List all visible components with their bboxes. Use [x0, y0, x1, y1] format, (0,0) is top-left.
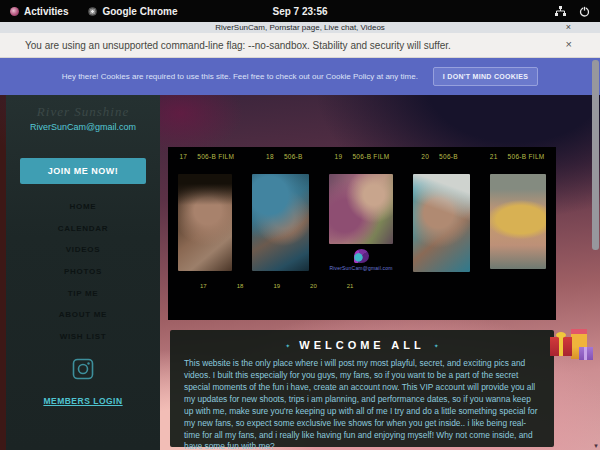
cookie-message: Hey there! Cookies are required to use t…	[62, 72, 418, 81]
gift-bow-icon	[556, 332, 566, 338]
photo-thumbnail[interactable]	[329, 174, 393, 244]
infobar-close-icon[interactable]: ×	[566, 38, 572, 50]
sidebar-item-photos[interactable]: PHOTOS	[6, 261, 160, 283]
app-menu-label: Google Chrome	[102, 6, 177, 17]
footer-day[interactable]: 17	[200, 283, 207, 289]
calendar-footer-days: 17 18 19 20 21	[168, 283, 556, 289]
page-viewport: Hey there! Cookies are required to use t…	[0, 58, 600, 450]
calendar-day-header[interactable]: 20 506-B	[401, 153, 479, 160]
welcome-title: WELCOME ALL	[299, 339, 424, 351]
day-number: 17	[179, 153, 187, 160]
site-logo-text: River Sunshine	[6, 104, 160, 120]
tab-title[interactable]: RiverSunCam, Pornstar page, Live chat, V…	[0, 23, 600, 32]
sidebar-item-about-me[interactable]: ABOUT ME	[6, 304, 160, 326]
chrome-icon	[88, 7, 97, 16]
day-number: 19	[335, 153, 343, 160]
gnome-top-bar: Activities Google Chrome Sep 7 23:56	[0, 0, 600, 22]
sidebar-item-wish-list[interactable]: WISH LIST	[6, 326, 160, 348]
calendar-day-header[interactable]: 19 506-B FILM	[323, 153, 401, 160]
screen: Activities Google Chrome Sep 7 23:56	[0, 0, 600, 450]
calendar-strip: 17 506-B FILM 18 506-B 19 506-B FILM 20 …	[168, 147, 556, 320]
footer-day[interactable]: 21	[347, 283, 354, 289]
infobar-message: You are using an unsupported command-lin…	[25, 40, 451, 51]
sidebar-item-home[interactable]: HOME	[6, 196, 160, 218]
scrollbar-down-arrow-icon[interactable]: ▼	[593, 443, 599, 449]
browser-tab-bar: RiverSunCam, Pornstar page, Live chat, V…	[0, 22, 600, 33]
calendar-header-row: 17 506-B FILM 18 506-B 19 506-B FILM 20 …	[168, 147, 556, 160]
day-event-label: 506-B FILM	[197, 153, 234, 160]
day-number: 20	[421, 153, 429, 160]
page-scrollbar: ▼	[591, 58, 600, 450]
scrollbar-thumb[interactable]	[592, 60, 599, 250]
cookie-banner: Hey there! Cookies are required to use t…	[0, 58, 600, 95]
welcome-heading: ✦ WELCOME ALL ✦	[170, 339, 554, 351]
photo-thumbnail[interactable]	[178, 174, 232, 271]
system-tray	[555, 6, 590, 17]
photo-thumbnail-row: RiverSunCam@gmail.com	[168, 174, 556, 276]
tab-close-icon[interactable]: ×	[566, 22, 571, 32]
watermark-text: RiverSunCam@gmail.com	[329, 265, 392, 271]
photo-thumbnail-with-watermark: RiverSunCam@gmail.com	[329, 174, 393, 271]
welcome-body-text: This website is the only place where i w…	[184, 358, 540, 450]
join-now-button[interactable]: JOIN ME NOW!	[20, 158, 146, 184]
site-watermark-logo	[354, 249, 369, 263]
day-event-label: 506-B	[284, 153, 303, 160]
activities-label: Activities	[24, 6, 68, 17]
day-event-label: 506-B FILM	[508, 153, 545, 160]
calendar-day-header[interactable]: 18 506-B	[246, 153, 324, 160]
day-number: 18	[266, 153, 274, 160]
cookie-accept-button[interactable]: I DON'T MIND COOKIES	[433, 67, 538, 86]
sidebar-item-videos[interactable]: VIDEOS	[6, 239, 160, 261]
network-icon[interactable]	[555, 6, 566, 17]
calendar-day-header[interactable]: 17 506-B FILM	[168, 153, 246, 160]
day-number: 21	[490, 153, 498, 160]
day-event-label: 506-B	[439, 153, 458, 160]
welcome-panel: ✦ WELCOME ALL ✦ This website is the only…	[170, 330, 554, 447]
sidebar-item-calendar[interactable]: CALENDAR	[6, 218, 160, 240]
power-icon[interactable]	[579, 6, 590, 17]
sidebar-item-tip-me[interactable]: TIP ME	[6, 282, 160, 304]
distro-icon	[10, 7, 19, 16]
photo-thumbnail[interactable]	[490, 174, 546, 269]
footer-day[interactable]: 18	[237, 283, 244, 289]
footer-day[interactable]: 19	[273, 283, 280, 289]
sandbox-warning-infobar: You are using an unsupported command-lin…	[0, 33, 600, 58]
app-menu-button[interactable]: Google Chrome	[88, 6, 177, 17]
ornament-icon: ✦	[285, 342, 290, 349]
sidebar: River Sunshine RiverSunCam@gmail.com JOI…	[6, 95, 160, 450]
gift-red-icon	[550, 337, 572, 356]
ornament-icon: ✦	[434, 342, 439, 349]
sidebar-menu: HOME CALENDAR VIDEOS PHOTOS TIP ME ABOUT…	[6, 196, 160, 347]
footer-day[interactable]: 20	[310, 283, 317, 289]
instagram-camera-icon[interactable]	[6, 358, 160, 380]
members-login-link[interactable]: MEMBERS LOGIN	[6, 396, 160, 406]
calendar-day-header[interactable]: 21 506-B FILM	[478, 153, 556, 160]
photo-thumbnail[interactable]	[252, 174, 309, 271]
photo-thumbnail[interactable]	[413, 174, 470, 272]
contact-email: RiverSunCam@gmail.com	[6, 122, 160, 132]
activities-button[interactable]: Activities	[10, 6, 68, 17]
day-event-label: 506-B FILM	[352, 153, 389, 160]
